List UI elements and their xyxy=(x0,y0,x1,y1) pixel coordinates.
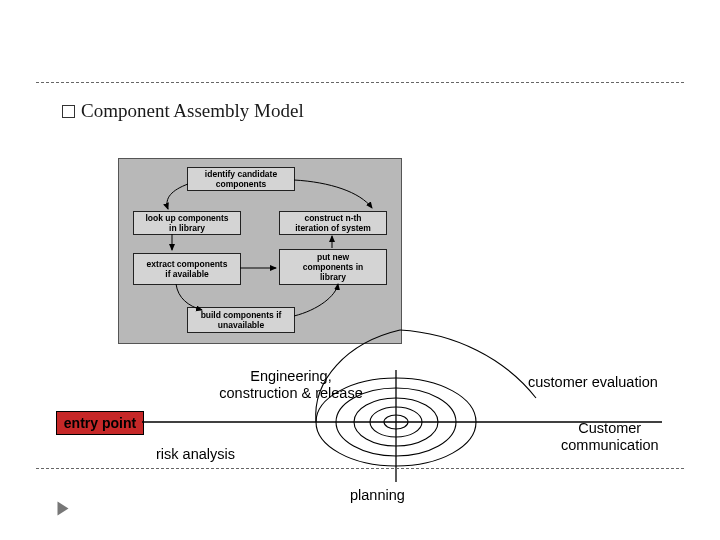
node-construct: construct n-thiteration of system xyxy=(279,211,387,235)
node-extract: extract componentsif available xyxy=(133,253,241,285)
entry-point-box: entry point xyxy=(56,411,144,435)
title-text: Component Assembly Model xyxy=(81,100,304,121)
label-customer-comm: Customercommunication xyxy=(561,420,659,455)
node-putnew: put newcomponents inlibrary xyxy=(279,249,387,285)
node-identify: identify candidatecomponents xyxy=(187,167,295,191)
node-build: build components ifunavailable xyxy=(187,307,295,333)
label-customer-eval: customer evaluation xyxy=(528,374,658,391)
svg-point-2 xyxy=(384,415,408,429)
bullet-marker xyxy=(62,105,75,118)
svg-point-4 xyxy=(354,398,438,446)
label-engineering: Engineering,construction & release xyxy=(206,368,376,403)
divider-bottom xyxy=(36,468,684,469)
entry-point-text: entry point xyxy=(64,415,136,431)
slide-title: Component Assembly Model xyxy=(62,100,304,122)
node-lookup: look up componentsin library xyxy=(133,211,241,235)
label-planning: planning xyxy=(350,487,405,504)
divider-top xyxy=(36,82,684,83)
slide-nav-icon xyxy=(58,502,69,516)
svg-point-3 xyxy=(370,407,422,437)
component-cycle-panel: identify candidatecomponents look up com… xyxy=(118,158,402,344)
label-risk: risk analysis xyxy=(156,446,235,463)
